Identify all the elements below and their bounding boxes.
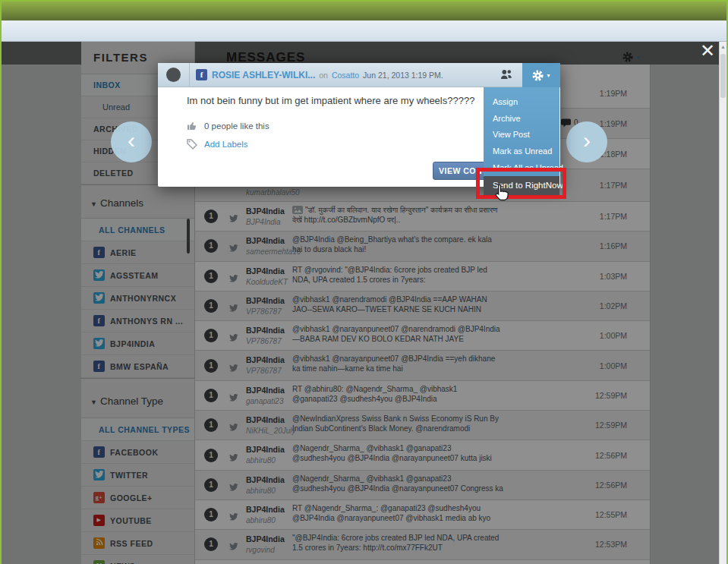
assign-people-icon[interactable]: [500, 69, 513, 83]
actions-gear-button[interactable]: ▾: [522, 63, 560, 87]
next-message-button[interactable]: ›: [566, 121, 607, 162]
page-scrollbar[interactable]: ▲: [719, 42, 726, 564]
add-labels-link[interactable]: Add Labels: [204, 140, 248, 149]
browser-window: Firefox ▾ Oracle SRM✕Oracle SRM✕Oracle U…: [0, 0, 728, 564]
facebook-icon: f: [196, 69, 207, 80]
menu-item-view-post[interactable]: View Post: [484, 127, 559, 143]
avatar: [166, 68, 181, 82]
prev-message-button[interactable]: ‹: [111, 121, 152, 162]
tag-icon: [187, 139, 197, 150]
modal-header: f ROSIE ASHLEY-WILKI... on Cosatto Jun 2…: [158, 63, 560, 87]
mouse-cursor-hand: [493, 184, 509, 205]
window-frame-top: [0, 0, 728, 2]
thumbs-up-icon: [187, 121, 197, 131]
gear-icon: [532, 70, 544, 81]
menu-item-mark-as-unread[interactable]: Mark as Unread: [484, 143, 559, 160]
lightbox-close-icon[interactable]: ✕: [700, 43, 715, 58]
browser-titlebar: [0, 0, 728, 20]
channel-link[interactable]: Cosatto: [332, 71, 359, 80]
author-name[interactable]: ROSIE ASHLEY-WILKI...: [212, 70, 315, 80]
post-timestamp: Jun 21, 2013 1:19 PM.: [363, 71, 443, 80]
on-label: on: [319, 71, 328, 80]
window-frame-left: [0, 2, 2, 564]
highlight-red-box: [476, 168, 566, 199]
divider: [189, 63, 190, 87]
likes-row: 0 people like this: [187, 121, 269, 131]
likes-count: 0 people like this: [204, 121, 269, 131]
add-labels-row[interactable]: Add Labels: [187, 139, 248, 150]
menu-item-archive[interactable]: Archive: [484, 111, 559, 128]
browser-navbar: [0, 20, 728, 42]
chevron-down-icon: ▾: [547, 72, 550, 79]
scroll-up-arrow-icon[interactable]: ▲: [720, 44, 726, 49]
menu-item-assign[interactable]: Assign: [484, 94, 559, 111]
message-text: Im not bein funny but im get impatient w…: [187, 95, 474, 106]
scrollbar-thumb[interactable]: [720, 54, 726, 98]
